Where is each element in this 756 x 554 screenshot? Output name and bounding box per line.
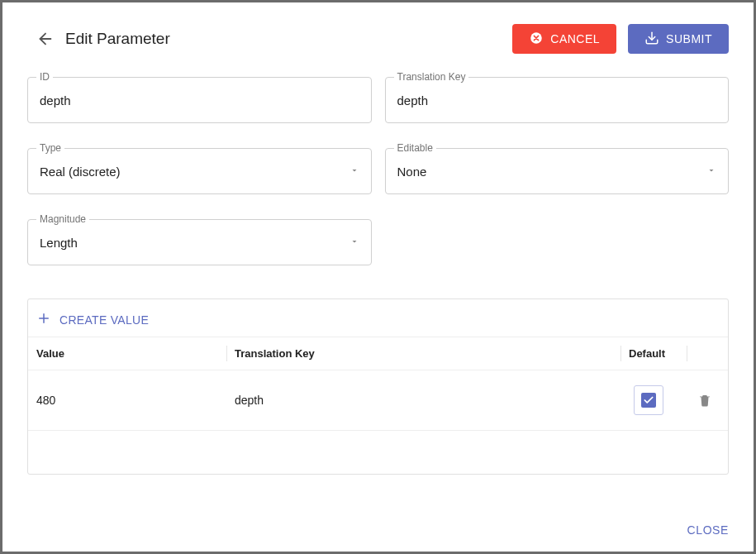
cancel-icon (529, 31, 544, 48)
create-value-label: CREATE VALUE (59, 313, 149, 327)
trash-icon[interactable] (695, 390, 715, 410)
col-default: Default (620, 337, 687, 370)
submit-button[interactable]: SUBMIT (628, 24, 729, 54)
download-icon (644, 31, 659, 48)
field-value: Length (40, 236, 349, 250)
cell-actions (687, 370, 728, 431)
submit-button-label: SUBMIT (666, 32, 712, 45)
col-value: Value (28, 337, 226, 370)
form-grid: ID depth Translation Key depth Type Real… (27, 77, 729, 265)
dialog-footer: CLOSE (2, 513, 754, 552)
field-value: depth (40, 93, 359, 107)
edit-parameter-dialog: Edit Parameter CANCEL SUBMIT ID de (2, 2, 754, 552)
field-label: ID (36, 71, 53, 83)
field-value: Real (discrete) (40, 165, 349, 179)
back-arrow-icon[interactable] (36, 29, 55, 49)
col-actions (687, 337, 728, 370)
field-label: Magnitude (36, 213, 89, 225)
field-label: Editable (394, 142, 436, 154)
dialog-header: Edit Parameter CANCEL SUBMIT (2, 2, 754, 62)
magnitude-field[interactable]: Magnitude Length (27, 219, 372, 265)
id-field[interactable]: ID depth (27, 77, 372, 123)
dialog-body: ID depth Translation Key depth Type Real… (2, 62, 754, 513)
close-button[interactable]: CLOSE (687, 523, 729, 537)
editable-field[interactable]: Editable None (385, 148, 730, 194)
chevron-down-icon (349, 235, 359, 250)
header-actions: CANCEL SUBMIT (512, 24, 729, 54)
chevron-down-icon (349, 164, 359, 179)
translation-key-field[interactable]: Translation Key depth (385, 77, 730, 123)
default-checkbox[interactable] (634, 385, 663, 415)
cell-default (620, 370, 687, 431)
cell-value: 480 (28, 370, 226, 431)
cancel-button-label: CANCEL (550, 32, 600, 45)
field-value: depth (397, 93, 717, 107)
table-row: 480 depth (28, 370, 728, 431)
dialog-title: Edit Parameter (65, 30, 170, 48)
field-label: Type (36, 142, 64, 154)
chevron-down-icon (706, 164, 716, 179)
values-table: Value Translation Key Default 480 depth (28, 337, 728, 474)
field-label: Translation Key (394, 71, 469, 83)
plus-icon (36, 311, 51, 328)
cell-translation-key: depth (226, 370, 620, 431)
field-value: None (397, 165, 707, 179)
create-value-button[interactable]: CREATE VALUE (28, 299, 728, 337)
empty-row (28, 431, 728, 474)
header-left: Edit Parameter (36, 29, 170, 49)
values-panel: CREATE VALUE Value Translation Key Defau… (27, 298, 729, 475)
type-field[interactable]: Type Real (discrete) (27, 148, 372, 194)
col-translation-key: Translation Key (226, 337, 620, 370)
cancel-button[interactable]: CANCEL (512, 24, 616, 54)
check-icon (641, 393, 656, 408)
